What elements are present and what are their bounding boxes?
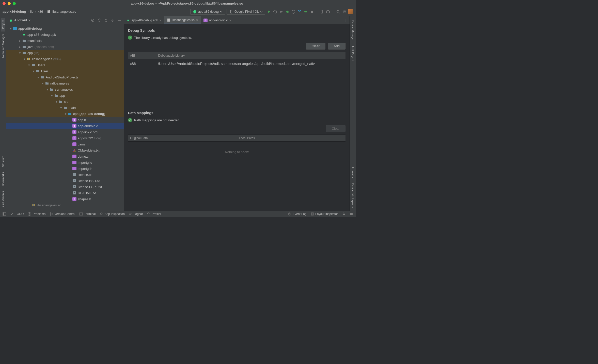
select-opened-file-icon[interactable] xyxy=(91,18,95,22)
tree-item[interactable]: Cimportgl.c xyxy=(6,159,124,166)
tree-item[interactable]: Cimportgl.h xyxy=(6,166,124,172)
tree-item[interactable]: ▾main xyxy=(6,105,124,111)
sdk-manager-icon[interactable] xyxy=(326,9,330,14)
gutter-tab-project[interactable]: Project xyxy=(1,18,5,31)
run-config-dropdown[interactable]: app-x86-debug xyxy=(190,9,225,15)
collapse-all-icon[interactable] xyxy=(104,18,108,22)
gutter-tab-bookmarks[interactable]: Bookmarks xyxy=(1,170,5,189)
lock-icon[interactable] xyxy=(342,212,345,216)
more-tabs-icon[interactable]: ⋮ xyxy=(343,18,347,22)
window-close-button[interactable] xyxy=(3,2,6,5)
user-avatar[interactable] xyxy=(348,9,353,14)
tree-root[interactable]: ▾ app-x86-debug xyxy=(6,25,124,31)
tree-arrow-icon[interactable]: ▾ xyxy=(22,57,26,61)
debug-button[interactable] xyxy=(285,9,290,14)
table-header-original-path[interactable]: Original Path xyxy=(128,135,237,142)
device-dropdown[interactable]: Google Pixel 4 XL xyxy=(227,9,265,15)
profile-icon[interactable] xyxy=(297,9,302,14)
stop-button[interactable] xyxy=(309,9,314,14)
status-tool-window-icon[interactable] xyxy=(3,212,6,216)
tree-item[interactable]: ▾User xyxy=(6,68,124,74)
tree-item[interactable]: README.txt xyxy=(6,190,124,196)
debug-symbols-clear-button[interactable]: Clear xyxy=(306,43,325,49)
tree-arrow-icon[interactable]: ▾ xyxy=(27,63,31,67)
close-tab-icon[interactable]: × xyxy=(159,18,161,22)
panel-settings-icon[interactable] xyxy=(111,18,115,22)
status-layout-inspector[interactable]: Layout Inspector xyxy=(310,212,338,216)
tree-item[interactable]: license.txt xyxy=(6,172,124,178)
tree-item[interactable]: ▾cpp(lib) xyxy=(6,50,124,56)
tree-arrow-icon[interactable]: ▸ xyxy=(18,39,22,43)
gutter-tab-device-file-explorer[interactable]: Device File Explorer xyxy=(351,181,355,211)
gutter-tab-structure[interactable]: Structure xyxy=(1,153,5,170)
table-row[interactable]: x86 /Users/User/AndroidStudioProjects/nd… xyxy=(128,59,345,69)
tree-item[interactable]: Cshapes.h xyxy=(6,196,124,202)
tree-arrow-icon[interactable]: ▾ xyxy=(32,69,36,73)
status-version-control[interactable]: Version Control xyxy=(50,212,75,216)
tree-item[interactable]: CMakeLists.txt xyxy=(6,147,124,153)
tree-item[interactable]: license-LGPL.txt xyxy=(6,184,124,190)
tree-item[interactable]: ▾ndk-samples xyxy=(6,80,124,86)
close-tab-icon[interactable]: × xyxy=(229,18,231,22)
editor-tab-2[interactable]: C app-android.c × xyxy=(201,16,234,24)
coverage-icon[interactable] xyxy=(291,9,296,14)
breadcrumb-item-2[interactable]: x86 xyxy=(38,10,43,13)
tree-arrow-icon[interactable]: ▾ xyxy=(36,75,40,79)
tree-item[interactable]: ▾Users xyxy=(6,62,124,68)
tree-item[interactable]: ▾src xyxy=(6,98,124,105)
attach-debugger-icon[interactable] xyxy=(303,9,308,14)
close-tab-icon[interactable]: × xyxy=(196,18,198,22)
project-view-mode[interactable]: Android xyxy=(14,18,27,22)
tree-arrow-icon[interactable]: ▾ xyxy=(9,27,13,30)
status-todo[interactable]: TODO xyxy=(10,212,24,216)
path-mappings-clear-button[interactable]: Clear xyxy=(326,125,345,132)
tree-item[interactable]: ▾app xyxy=(6,92,124,98)
tree-item[interactable]: ▾libsanangeles(x86) xyxy=(6,56,124,62)
project-tree[interactable]: ▾ app-x86-debug app-x86-debug.apk▸manife… xyxy=(6,24,124,211)
tree-arrow-icon[interactable]: ▸ xyxy=(18,45,22,49)
tree-item[interactable]: Capp.h xyxy=(6,117,124,123)
status-event-log[interactable]: Event Log xyxy=(288,212,306,216)
debug-symbols-add-button[interactable]: Add xyxy=(328,43,345,49)
status-terminal[interactable]: Terminal xyxy=(79,212,96,216)
tree-item[interactable]: ▾san-angeles xyxy=(6,86,124,92)
apply-code-icon[interactable] xyxy=(279,9,284,14)
search-icon[interactable] xyxy=(336,9,340,14)
editor-tab-0[interactable]: app-x86-debug.apk × xyxy=(124,16,164,24)
tree-item[interactable]: ▾cpp[app-x86-debug] xyxy=(6,111,124,117)
table-header-abi[interactable]: ABI xyxy=(128,52,156,59)
table-header-local-paths[interactable]: Local Paths xyxy=(237,135,345,142)
tree-item[interactable]: ▾AndroidStudioProjects xyxy=(6,74,124,80)
tree-item[interactable]: ▸manifests xyxy=(6,38,124,44)
tree-arrow-icon[interactable]: ▾ xyxy=(50,94,54,97)
breadcrumb-item-0[interactable]: app-x86-debug xyxy=(3,10,26,13)
status-logcat[interactable]: Logcat xyxy=(129,212,143,216)
tree-item[interactable]: app-x86-debug.apk xyxy=(6,31,124,38)
apply-changes-icon[interactable] xyxy=(273,9,277,14)
expand-all-icon[interactable] xyxy=(97,18,101,22)
tree-arrow-icon[interactable]: ▾ xyxy=(18,51,22,55)
notification-icon[interactable] xyxy=(350,212,353,216)
gutter-tab-build-variants[interactable]: Build Variants xyxy=(1,189,5,211)
tree-item[interactable]: libsanangeles.so xyxy=(6,202,124,208)
tree-item[interactable]: ▸java(classes.dex) xyxy=(6,44,124,50)
gutter-tab-emulator[interactable]: Emulator xyxy=(351,164,355,181)
status-problems[interactable]: Problems xyxy=(28,212,45,216)
tree-item[interactable]: Capp-android.c xyxy=(6,123,124,129)
tree-arrow-icon[interactable]: ▾ xyxy=(64,112,68,116)
editor-tab-1[interactable]: libsanangeles.so × xyxy=(164,16,201,24)
gutter-tab-device-manager[interactable]: Device Manager xyxy=(351,18,355,43)
tree-item[interactable]: Ccams.h xyxy=(6,141,124,147)
tree-item[interactable]: Capp-linx.c.org xyxy=(6,129,124,135)
tree-item[interactable]: Capp-win32.c.org xyxy=(6,135,124,141)
table-header-library[interactable]: Debuggable Library xyxy=(156,52,345,59)
tree-arrow-icon[interactable]: ▾ xyxy=(45,88,49,91)
status-app-inspection[interactable]: App Inspection xyxy=(100,212,125,216)
window-maximize-button[interactable] xyxy=(13,2,16,5)
gutter-tab-resource-manager[interactable]: Resource Manager xyxy=(1,31,5,60)
avd-manager-icon[interactable] xyxy=(320,9,324,14)
window-minimize-button[interactable] xyxy=(8,2,11,5)
tree-arrow-icon[interactable]: ▾ xyxy=(59,106,63,110)
breadcrumb-item-3[interactable]: libsanangeles.so xyxy=(47,10,76,13)
tree-arrow-icon[interactable]: ▾ xyxy=(54,100,58,104)
